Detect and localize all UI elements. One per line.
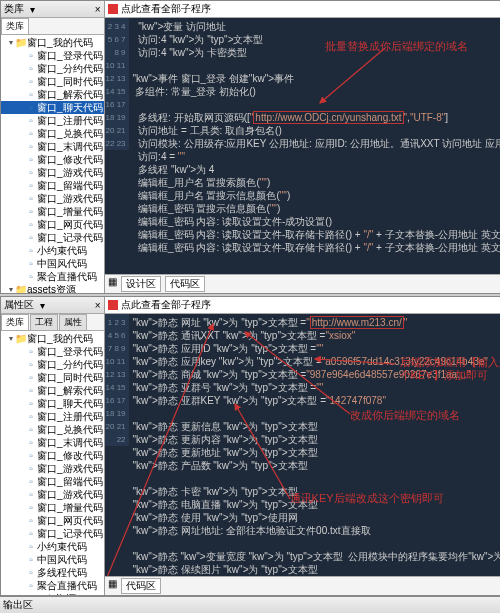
tree-item[interactable]: ▫多线程代码	[1, 566, 104, 579]
tree-item[interactable]: ▫窗口_游戏代码	[1, 488, 104, 501]
tree-item[interactable]: ▾📁assets资源	[1, 283, 104, 293]
tree-item[interactable]: ▫窗口_留端代码	[1, 179, 104, 192]
tree-item[interactable]: ▫窗口_游戏代码	[1, 166, 104, 179]
tree-label: 窗口_网页代码	[37, 514, 103, 527]
tab-design[interactable]: 设计区	[121, 276, 161, 292]
tree-item[interactable]: ▫中国风代码	[1, 257, 104, 270]
tab-code2[interactable]: 代码区	[121, 578, 161, 594]
tree-item[interactable]: ▫窗口_注册代码	[1, 410, 104, 423]
bottom-tree-header: 属性区 ▾ ×	[1, 297, 104, 314]
tab-lib[interactable]: 类库	[1, 18, 29, 34]
file-icon: ▫	[25, 412, 37, 422]
tree-label: 窗口_同时代码	[37, 75, 103, 88]
tab-code[interactable]: 代码区	[165, 276, 205, 292]
tree-label: 窗口_记录代码	[37, 527, 103, 540]
file-icon: ▫	[25, 181, 37, 191]
output-header: 输出区	[0, 596, 500, 613]
tree-item[interactable]: ▫窗口_网页代码	[1, 218, 104, 231]
tree-item[interactable]: ▫小约束代码	[1, 244, 104, 257]
tree-item[interactable]: ▫窗口_修改代码	[1, 449, 104, 462]
tree-item[interactable]: ▫小约束代码	[1, 540, 104, 553]
tree-item[interactable]: ▫窗口_解索代码	[1, 88, 104, 101]
top-code-title: 点此查看全部子程序	[121, 2, 211, 16]
tree-item[interactable]: ▫窗口_修改代码	[1, 153, 104, 166]
tree-label: 窗口_游戏代码	[37, 166, 103, 179]
tree-item[interactable]: ▫聚合直播代码	[1, 579, 104, 592]
tree-item[interactable]: ▫窗口_登录代码	[1, 345, 104, 358]
tree-item[interactable]: ▫窗口_增量代码	[1, 501, 104, 514]
tab-project[interactable]: 工程	[30, 314, 58, 330]
bottom-tree[interactable]: ▾📁窗口_我的代码▫窗口_登录代码▫窗口_分约代码▫窗口_同时代码▫窗口_解索代…	[1, 331, 104, 595]
tree-item[interactable]: ▫窗口_末调代码	[1, 140, 104, 153]
tree-item[interactable]: ▫窗口_聊天代码	[1, 101, 104, 114]
tree-item[interactable]: ▫窗口_游戏代码	[1, 192, 104, 205]
tab-lib2[interactable]: 类库	[1, 314, 29, 330]
bottom-editor[interactable]: 1 2 3 4 5 6 7 8 9 10 11 12 13 14 15 16 1…	[105, 314, 500, 576]
tree-label: 聚合直播代码	[37, 270, 97, 283]
tree-item[interactable]: ▫窗口_同时代码	[1, 371, 104, 384]
tree-label: 窗口_留端代码	[37, 475, 103, 488]
bottom-code-lines: "kw">静态 网址 "kw">为 "typ">文本型 ="http://www…	[131, 314, 500, 576]
tree-item[interactable]: ▫窗口_解索代码	[1, 384, 104, 397]
bottom-tree-tabs: 类库 工程 属性	[1, 314, 104, 331]
tree-item[interactable]: ▫窗口_增量代码	[1, 205, 104, 218]
close-icon[interactable]: ×	[95, 4, 101, 15]
top-editor[interactable]: 2 3 4 5 6 7 8 9 10 11 12 13 14 15 16 17 …	[105, 18, 500, 274]
tree-item[interactable]: ▫聚合直播代码	[1, 270, 104, 283]
tree-item[interactable]: ▫窗口_游戏代码	[1, 462, 104, 475]
tree-item[interactable]: ▫中国风代码	[1, 553, 104, 566]
tree-label: 窗口_兑换代码	[37, 127, 103, 140]
tree-item[interactable]: ▾📁窗口_我的代码	[1, 332, 104, 345]
tree-label: 窗口_聊天代码	[37, 397, 103, 410]
tree-item[interactable]: ▾📁assets资源	[1, 592, 104, 595]
tree-label: 窗口_我的代码	[27, 332, 93, 345]
tree-item[interactable]: ▫窗口_末调代码	[1, 436, 104, 449]
tree-label: 窗口_末调代码	[37, 140, 103, 153]
tree-label: 窗口_网页代码	[37, 218, 103, 231]
top-tree-pane: 类库 ▾ × 类库 ▾📁窗口_我的代码▫窗口_登录代码▫窗口_分约代码▫窗口_同…	[1, 1, 105, 293]
file-icon: ▫	[25, 233, 37, 243]
tree-item[interactable]: ▾📁窗口_我的代码	[1, 36, 104, 49]
tab-props[interactable]: 属性	[59, 314, 87, 330]
tree-label: 窗口_修改代码	[37, 449, 103, 462]
pin-icon[interactable]: ▾	[30, 4, 35, 15]
top-gutter: 2 3 4 5 6 7 8 9 10 11 12 13 14 15 16 17 …	[105, 18, 129, 150]
folder-icon: 📁	[15, 38, 27, 48]
top-code-header[interactable]: 点此查看全部子程序	[105, 1, 500, 18]
tree-item[interactable]: ▫窗口_兑换代码	[1, 127, 104, 140]
tree-item[interactable]: ▫窗口_兑换代码	[1, 423, 104, 436]
tree-item[interactable]: ▫窗口_分约代码	[1, 62, 104, 75]
tree-label: assets资源	[27, 592, 76, 595]
tree-item[interactable]: ▫窗口_聊天代码	[1, 397, 104, 410]
tree-label: 中国风代码	[37, 257, 87, 270]
tree-item[interactable]: ▫窗口_留端代码	[1, 475, 104, 488]
file-icon: ▫	[25, 347, 37, 357]
tree-item[interactable]: ▫窗口_分约代码	[1, 358, 104, 371]
tree-item[interactable]: ▫窗口_记录代码	[1, 231, 104, 244]
tree-label: 聚合直播代码	[37, 579, 97, 592]
bottom-code-header[interactable]: 点此查看全部子程序	[105, 297, 500, 314]
tree-item[interactable]: ▫窗口_网页代码	[1, 514, 104, 527]
file-icon: ▫	[25, 116, 37, 126]
file-icon: ▫	[25, 51, 37, 61]
top-tree-header: 类库 ▾ ×	[1, 1, 104, 18]
close-icon[interactable]: ×	[95, 300, 101, 311]
tree-item[interactable]: ▫窗口_同时代码	[1, 75, 104, 88]
pin-icon[interactable]: ▾	[40, 300, 45, 311]
bottom-tree-title: 属性区	[4, 298, 34, 312]
tree-label: 窗口_增量代码	[37, 205, 103, 218]
tree-label: 窗口_登录代码	[37, 49, 103, 62]
tree-label: 窗口_游戏代码	[37, 192, 103, 205]
file-icon: ▫	[25, 516, 37, 526]
tree-item[interactable]: ▫窗口_注册代码	[1, 114, 104, 127]
tree-label: 窗口_末调代码	[37, 436, 103, 449]
tree-label: 窗口_我的代码	[27, 36, 93, 49]
file-icon: ▫	[25, 142, 37, 152]
top-tree[interactable]: ▾📁窗口_我的代码▫窗口_登录代码▫窗口_分约代码▫窗口_同时代码▫窗口_解索代…	[1, 35, 104, 293]
top-code-lines: "kw">变量 访问地址 访问:4 "kw">为 "typ">文本型 访问:4 …	[131, 18, 500, 274]
tree-label: 窗口_修改代码	[37, 153, 103, 166]
grid-icon: ▦	[108, 578, 117, 594]
tree-label: 窗口_分约代码	[37, 358, 103, 371]
tree-item[interactable]: ▫窗口_登录代码	[1, 49, 104, 62]
tree-item[interactable]: ▫窗口_记录代码	[1, 527, 104, 540]
